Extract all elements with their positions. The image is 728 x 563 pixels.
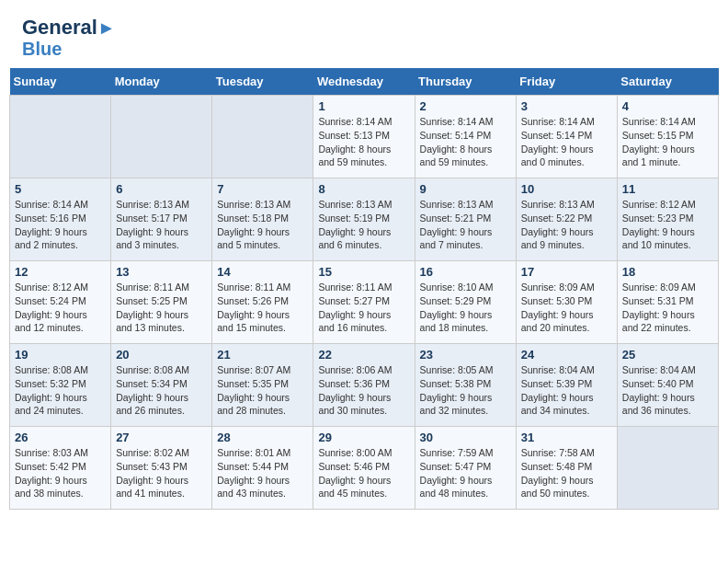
day-info: Sunrise: 8:12 AMSunset: 5:24 PMDaylight:… [15,281,106,335]
day-number: 22 [318,348,409,362]
page-header: General► Blue [0,0,728,68]
calendar-cell: 2Sunrise: 8:14 AMSunset: 5:14 PMDaylight… [415,96,516,178]
calendar-cell: 18Sunrise: 8:09 AMSunset: 5:31 PMDayligh… [617,261,718,344]
day-info: Sunrise: 8:14 AMSunset: 5:15 PMDaylight:… [622,115,713,169]
day-number: 12 [15,265,106,279]
day-number: 20 [116,348,207,362]
calendar-cell: 13Sunrise: 8:11 AMSunset: 5:25 PMDayligh… [111,261,212,344]
header-thursday: Thursday [415,68,516,96]
day-number: 13 [116,265,207,279]
calendar-cell: 28Sunrise: 8:01 AMSunset: 5:44 PMDayligh… [212,427,313,510]
day-number: 1 [318,99,409,113]
calendar-week-1: 1Sunrise: 8:14 AMSunset: 5:13 PMDaylight… [10,96,719,178]
day-number: 29 [318,431,409,444]
calendar-cell: 10Sunrise: 8:13 AMSunset: 5:22 PMDayligh… [516,178,617,261]
day-info: Sunrise: 8:09 AMSunset: 5:30 PMDaylight:… [521,281,612,335]
day-number: 16 [420,265,511,279]
day-info: Sunrise: 8:12 AMSunset: 5:23 PMDaylight:… [622,198,713,252]
calendar-cell: 15Sunrise: 8:11 AMSunset: 5:27 PMDayligh… [313,261,415,344]
day-info: Sunrise: 8:09 AMSunset: 5:31 PMDaylight:… [622,281,713,335]
calendar-cell: 11Sunrise: 8:12 AMSunset: 5:23 PMDayligh… [617,178,718,261]
day-number: 28 [217,431,308,444]
logo-general: General► [22,17,116,39]
day-number: 10 [521,182,612,196]
day-info: Sunrise: 8:13 AMSunset: 5:18 PMDaylight:… [217,198,308,252]
calendar-cell: 5Sunrise: 8:14 AMSunset: 5:16 PMDaylight… [10,178,111,261]
day-number: 31 [521,431,612,444]
day-number: 26 [15,431,106,444]
calendar-cell: 14Sunrise: 8:11 AMSunset: 5:26 PMDayligh… [212,261,313,344]
day-info: Sunrise: 8:03 AMSunset: 5:42 PMDaylight:… [15,446,106,500]
day-info: Sunrise: 8:13 AMSunset: 5:19 PMDaylight:… [318,198,409,252]
logo: General► Blue [22,17,116,59]
calendar-cell: 30Sunrise: 7:59 AMSunset: 5:47 PMDayligh… [415,427,516,510]
days-header-row: SundayMondayTuesdayWednesdayThursdayFrid… [10,68,719,96]
calendar-cell [10,96,111,178]
day-info: Sunrise: 8:08 AMSunset: 5:34 PMDaylight:… [116,363,207,418]
day-info: Sunrise: 8:01 AMSunset: 5:44 PMDaylight:… [217,446,308,500]
calendar-cell: 29Sunrise: 8:00 AMSunset: 5:46 PMDayligh… [313,427,415,510]
day-number: 8 [318,182,409,196]
calendar-cell [111,96,212,178]
day-number: 7 [217,182,308,196]
calendar-table: SundayMondayTuesdayWednesdayThursdayFrid… [9,68,719,510]
calendar-cell: 6Sunrise: 8:13 AMSunset: 5:17 PMDaylight… [111,178,212,261]
day-number: 23 [420,348,511,362]
day-number: 18 [622,265,713,279]
calendar-wrap: SundayMondayTuesdayWednesdayThursdayFrid… [0,68,728,519]
calendar-cell: 23Sunrise: 8:05 AMSunset: 5:38 PMDayligh… [415,344,516,427]
calendar-week-4: 19Sunrise: 8:08 AMSunset: 5:32 PMDayligh… [10,344,719,427]
calendar-cell: 17Sunrise: 8:09 AMSunset: 5:30 PMDayligh… [516,261,617,344]
day-info: Sunrise: 8:11 AMSunset: 5:27 PMDaylight:… [318,281,409,335]
calendar-week-5: 26Sunrise: 8:03 AMSunset: 5:42 PMDayligh… [10,427,719,510]
header-saturday: Saturday [617,68,718,96]
day-number: 5 [15,182,106,196]
day-number: 11 [622,182,713,196]
day-number: 3 [521,99,612,113]
day-number: 2 [420,99,511,113]
calendar-cell: 21Sunrise: 8:07 AMSunset: 5:35 PMDayligh… [212,344,313,427]
calendar-cell: 12Sunrise: 8:12 AMSunset: 5:24 PMDayligh… [10,261,111,344]
day-info: Sunrise: 8:06 AMSunset: 5:36 PMDaylight:… [318,363,409,418]
day-info: Sunrise: 8:04 AMSunset: 5:40 PMDaylight:… [622,363,713,418]
calendar-cell: 22Sunrise: 8:06 AMSunset: 5:36 PMDayligh… [313,344,415,427]
header-sunday: Sunday [10,68,111,96]
calendar-cell: 19Sunrise: 8:08 AMSunset: 5:32 PMDayligh… [10,344,111,427]
day-number: 24 [521,348,612,362]
calendar-cell: 8Sunrise: 8:13 AMSunset: 5:19 PMDaylight… [313,178,415,261]
day-number: 25 [622,348,713,362]
day-info: Sunrise: 8:14 AMSunset: 5:13 PMDaylight:… [318,115,409,169]
day-number: 14 [217,265,308,279]
calendar-cell: 3Sunrise: 8:14 AMSunset: 5:14 PMDaylight… [516,96,617,178]
header-monday: Monday [111,68,212,96]
day-number: 4 [622,99,713,113]
logo-blue: Blue [22,39,116,59]
calendar-cell: 7Sunrise: 8:13 AMSunset: 5:18 PMDaylight… [212,178,313,261]
day-info: Sunrise: 8:11 AMSunset: 5:25 PMDaylight:… [116,281,207,335]
calendar-cell: 25Sunrise: 8:04 AMSunset: 5:40 PMDayligh… [617,344,718,427]
calendar-cell [617,427,718,510]
day-number: 30 [420,431,511,444]
day-info: Sunrise: 8:13 AMSunset: 5:17 PMDaylight:… [116,198,207,252]
day-info: Sunrise: 8:08 AMSunset: 5:32 PMDaylight:… [15,363,106,418]
day-number: 19 [15,348,106,362]
day-info: Sunrise: 8:14 AMSunset: 5:16 PMDaylight:… [15,198,106,252]
calendar-cell: 1Sunrise: 8:14 AMSunset: 5:13 PMDaylight… [313,96,415,178]
day-number: 21 [217,348,308,362]
day-info: Sunrise: 8:04 AMSunset: 5:39 PMDaylight:… [521,363,612,418]
day-info: Sunrise: 8:10 AMSunset: 5:29 PMDaylight:… [420,281,511,335]
day-info: Sunrise: 8:11 AMSunset: 5:26 PMDaylight:… [217,281,308,335]
calendar-cell: 16Sunrise: 8:10 AMSunset: 5:29 PMDayligh… [415,261,516,344]
calendar-cell: 26Sunrise: 8:03 AMSunset: 5:42 PMDayligh… [10,427,111,510]
calendar-cell: 4Sunrise: 8:14 AMSunset: 5:15 PMDaylight… [617,96,718,178]
day-info: Sunrise: 8:07 AMSunset: 5:35 PMDaylight:… [217,363,308,418]
calendar-cell: 20Sunrise: 8:08 AMSunset: 5:34 PMDayligh… [111,344,212,427]
day-number: 27 [116,431,207,444]
header-wednesday: Wednesday [313,68,415,96]
day-info: Sunrise: 8:14 AMSunset: 5:14 PMDaylight:… [521,115,612,169]
header-tuesday: Tuesday [212,68,313,96]
calendar-cell: 27Sunrise: 8:02 AMSunset: 5:43 PMDayligh… [111,427,212,510]
day-number: 9 [420,182,511,196]
day-number: 15 [318,265,409,279]
day-number: 6 [116,182,207,196]
